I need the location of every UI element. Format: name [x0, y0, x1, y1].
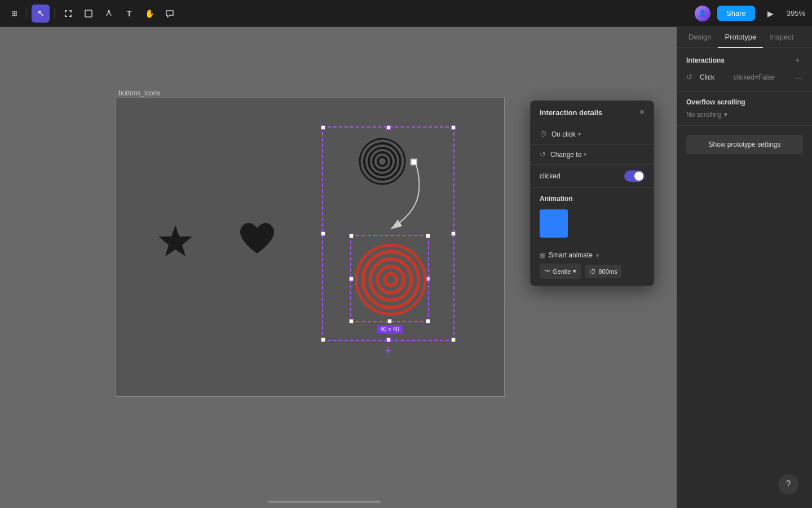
show-prototype-settings-button[interactable]: Show prototype settings [686, 135, 803, 154]
inner-resize-handle-bl[interactable] [349, 319, 354, 323]
inner-resize-handle-tr[interactable] [426, 234, 430, 238]
smart-animate-icon: ▦ [540, 252, 545, 259]
toggle-switch[interactable] [624, 170, 645, 182]
svg-point-9 [108, 10, 110, 12]
user-avatar: 👤 [695, 6, 710, 21]
action-row[interactable]: ↺ Change to ▾ [531, 144, 654, 165]
frame-tool-button[interactable] [59, 5, 77, 23]
overflow-value[interactable]: No scrolling ▾ [686, 111, 803, 119]
svg-point-15 [360, 139, 405, 184]
play-icon: ▶ [767, 9, 774, 18]
pen-tool-button[interactable] [100, 5, 118, 23]
fingerprint-black[interactable] [354, 133, 416, 195]
heart-shape[interactable] [237, 220, 277, 265]
text-tool-button[interactable]: T [120, 5, 138, 23]
canvas-frame[interactable]: 40 × 40 + [116, 98, 505, 397]
selected-inner-frame: 40 × 40 [350, 235, 429, 322]
action-chevron-icon: ▾ [584, 151, 586, 157]
horizontal-scrollbar[interactable] [113, 500, 536, 503]
tab-design[interactable]: Design [682, 27, 718, 48]
comment-tool-button[interactable] [161, 5, 179, 23]
interactions-header: Interactions + [686, 55, 803, 66]
tab-prototype[interactable]: Prototype [718, 27, 763, 48]
interaction-row: ↺ Click clicked=False — [686, 71, 803, 84]
resize-handle-bm[interactable] [386, 338, 391, 342]
main-menu-button[interactable]: ⊞ [7, 7, 22, 20]
shape-tool-icon [84, 9, 93, 18]
toolbar: ⊞ ↖ [0, 0, 812, 27]
duration-value: 800ms [598, 268, 617, 275]
play-button[interactable]: ▶ [762, 5, 780, 23]
interactions-section: Interactions + ↺ Click clicked=False — [677, 48, 812, 91]
duration-display: ⏱ 800ms [585, 265, 621, 278]
svg-rect-6 [70, 10, 72, 12]
select-tool-button[interactable]: ↖ [32, 5, 50, 23]
smart-animate-row[interactable]: ▦ Smart animate ▾ [540, 251, 645, 259]
resize-handle-tl[interactable] [321, 125, 325, 130]
heart-icon [237, 220, 277, 259]
comment-tool-icon [165, 9, 174, 18]
action-label: Change to [550, 151, 581, 159]
easing-chevron-icon: ▾ [573, 268, 576, 275]
easing-icon: 〜 [544, 267, 550, 275]
add-interaction-button[interactable]: + [792, 55, 803, 66]
overflow-title: Overflow scrolling [686, 98, 803, 106]
zoom-level[interactable]: 395% [787, 9, 805, 17]
hand-tool-button[interactable]: ✋ [140, 5, 158, 23]
inner-resize-handle-ml[interactable] [349, 277, 354, 281]
overflow-section: Overflow scrolling No scrolling ▾ [677, 91, 812, 126]
tab-inspect[interactable]: Inspect [763, 27, 800, 48]
popup-header: Interaction details × [531, 101, 654, 124]
trigger-chevron-icon: ▾ [578, 131, 581, 137]
text-tool-label: T [127, 9, 132, 18]
frame-tool-icon [64, 9, 73, 18]
inner-resize-handle-tl[interactable] [349, 234, 354, 238]
selected-outer-frame: 40 × 40 + [322, 126, 454, 341]
animation-controls: 〜 Gentle ▾ ⏱ 800ms [540, 264, 645, 279]
easing-select-button[interactable]: 〜 Gentle ▾ [540, 264, 581, 279]
hand-tool-icon: ✋ [145, 9, 155, 18]
animation-preview-box [540, 209, 568, 238]
share-button[interactable]: Share [717, 6, 755, 21]
pen-tool-icon [104, 9, 113, 18]
trigger-select[interactable]: On click ▾ [551, 130, 581, 138]
smart-animate-chevron-icon: ▾ [596, 252, 599, 259]
star-shape[interactable] [156, 222, 189, 256]
animation-title: Animation [540, 195, 645, 203]
interactions-title: Interactions [686, 56, 725, 64]
svg-marker-10 [158, 225, 192, 256]
help-button[interactable]: ? [778, 474, 798, 494]
connection-dot[interactable] [411, 159, 417, 165]
resize-handle-br[interactable] [451, 338, 456, 342]
star-icon [156, 222, 195, 262]
interaction-event-label: Click [700, 73, 714, 81]
shape-tool-button[interactable] [80, 5, 98, 23]
remove-interaction-button[interactable]: — [794, 73, 803, 82]
resize-handle-mr[interactable] [451, 231, 456, 236]
interaction-value: clicked=False [734, 73, 775, 81]
resize-handle-tr[interactable] [451, 125, 456, 130]
scrollbar-thumb[interactable] [268, 501, 381, 503]
trigger-icon: ⏱ [540, 130, 547, 138]
resize-handle-ml[interactable] [321, 231, 325, 236]
trigger-row[interactable]: ⏱ On click ▾ [531, 124, 654, 144]
toggle-label: clicked [540, 172, 561, 180]
interaction-event-icon: ↺ [686, 73, 695, 82]
resize-handle-bl[interactable] [321, 338, 325, 342]
size-label: 40 × 40 [377, 325, 403, 334]
resize-handle-tm[interactable] [386, 125, 391, 130]
fingerprint-black-icon [354, 133, 411, 190]
interaction-left: ↺ Click [686, 73, 714, 82]
right-panel: Design Prototype Inspect Interactions + … [677, 27, 812, 508]
toolbar-separator-1 [27, 8, 27, 19]
canvas[interactable]: buttons_icons [0, 27, 677, 508]
action-select[interactable]: Change to ▾ [550, 151, 586, 159]
fingerprint-red-icon [354, 239, 427, 321]
animation-section: Animation ▦ Smart animate ▾ 〜 Gentle ▾ [531, 188, 654, 286]
fingerprint-red[interactable] [354, 239, 427, 321]
svg-point-17 [385, 274, 397, 286]
popup-close-button[interactable]: × [639, 108, 645, 117]
smart-animate-label: Smart animate [549, 251, 593, 259]
main-area: buttons_icons [0, 27, 812, 508]
add-element-button[interactable]: + [385, 343, 392, 358]
